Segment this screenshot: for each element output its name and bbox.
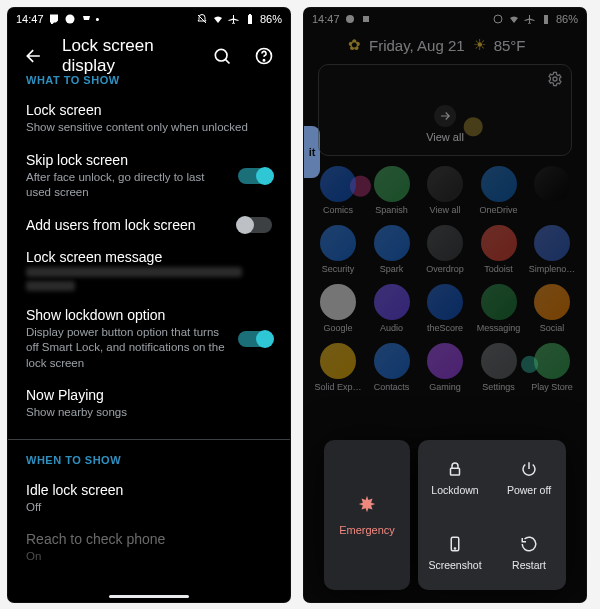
app-icon xyxy=(427,343,463,379)
app-label: Comics xyxy=(314,205,362,215)
divider xyxy=(8,439,290,440)
item-title: Lock screen xyxy=(26,102,272,118)
svg-rect-3 xyxy=(249,14,251,15)
app-messaging[interactable]: Messaging xyxy=(475,284,523,333)
item-sub: After face unlock, go directly to last u… xyxy=(26,170,228,201)
power-grid: Lockdown Power off Screenshot Restart xyxy=(418,440,566,590)
item-title: Idle lock screen xyxy=(26,482,272,498)
emergency-label: Emergency xyxy=(339,524,395,536)
battery-pct: 86% xyxy=(556,13,578,25)
section-what-to-show: WHAT TO SHOW xyxy=(26,74,272,86)
svg-point-11 xyxy=(553,77,557,81)
emergency-icon xyxy=(356,494,378,516)
item-title: Add users from lock screen xyxy=(26,217,228,233)
item-sub: Display power button option that turns o… xyxy=(26,325,228,372)
dnd-icon xyxy=(196,13,208,25)
restart-icon xyxy=(520,535,538,553)
battery-pct: 86% xyxy=(260,13,282,25)
view-all-label: View all xyxy=(426,131,464,143)
app-overdrop[interactable]: Overdrop xyxy=(421,225,469,274)
app-security[interactable]: Security xyxy=(314,225,362,274)
redacted-text xyxy=(26,281,75,291)
app-icon xyxy=(481,343,517,379)
emergency-button[interactable]: Emergency xyxy=(324,440,410,590)
dnd-icon xyxy=(492,13,504,25)
app-blank[interactable] xyxy=(528,166,576,215)
app-icon xyxy=(374,284,410,320)
app-audio[interactable]: Audio xyxy=(368,284,416,333)
status-bar: 14:47 86% xyxy=(304,8,586,30)
app-comics[interactable]: Comics xyxy=(314,166,362,215)
power-icon xyxy=(520,460,538,478)
app-label: Simpleno… xyxy=(528,264,576,274)
app-play-store[interactable]: Play Store xyxy=(528,343,576,392)
app-label: Contacts xyxy=(368,382,416,392)
glance-weather-icon: ✿ xyxy=(348,36,361,54)
glance-view-all[interactable]: View all xyxy=(426,105,464,143)
app-settings[interactable]: Settings xyxy=(475,343,523,392)
app-social[interactable]: Social xyxy=(528,284,576,333)
at-a-glance[interactable]: ✿ Friday, Aug 21 ☀ 85°F xyxy=(304,30,586,60)
settings-screen: 14:47 • 86% Lock screen display WHAT TO … xyxy=(8,8,290,602)
item-show-lockdown[interactable]: Show lockdown option Display power butto… xyxy=(26,299,272,380)
toggle-lockdown[interactable] xyxy=(238,331,272,347)
app-google[interactable]: Google xyxy=(314,284,362,333)
wifi-icon xyxy=(212,13,224,25)
svg-point-0 xyxy=(65,15,74,24)
app-thescore[interactable]: theScore xyxy=(421,284,469,333)
app-label: Audio xyxy=(368,323,416,333)
app-onedrive[interactable]: OneDrive xyxy=(475,166,523,215)
app-icon xyxy=(374,166,410,202)
glance-card[interactable]: View all xyxy=(318,64,572,156)
lockdown-button[interactable]: Lockdown xyxy=(418,440,492,515)
restart-button[interactable]: Restart xyxy=(492,515,566,590)
app-icon xyxy=(320,166,356,202)
app-grid[interactable]: ComicsSpanishView allOneDriveSecuritySpa… xyxy=(304,166,586,392)
item-skip-lock-screen[interactable]: Skip lock screen After face unlock, go d… xyxy=(26,144,272,209)
section-when-to-show: WHEN TO SHOW xyxy=(26,454,272,466)
lock-icon xyxy=(446,460,464,478)
item-lock-screen-message[interactable]: Lock screen message xyxy=(26,241,272,299)
app-label: Google xyxy=(314,323,362,333)
chat-icon xyxy=(64,13,76,25)
power-label: Lockdown xyxy=(431,484,478,496)
app-label: Todoist xyxy=(475,264,523,274)
app-label: Settings xyxy=(475,382,523,392)
screenshot-button[interactable]: Screenshot xyxy=(418,515,492,590)
glance-settings-button[interactable] xyxy=(547,71,563,91)
app-label: Spark xyxy=(368,264,416,274)
app-icon xyxy=(534,343,570,379)
app-icon xyxy=(374,225,410,261)
item-idle-lock-screen[interactable]: Idle lock screen Off xyxy=(26,474,272,524)
item-add-users[interactable]: Add users from lock screen xyxy=(26,209,272,241)
gesture-bar[interactable] xyxy=(109,595,189,598)
toggle-skip[interactable] xyxy=(238,168,272,184)
item-sub: On xyxy=(26,549,272,565)
app-spark[interactable]: Spark xyxy=(368,225,416,274)
app-contacts[interactable]: Contacts xyxy=(368,343,416,392)
item-title: Reach to check phone xyxy=(26,531,272,547)
settings-list[interactable]: WHAT TO SHOW Lock screen Show sensitive … xyxy=(8,60,290,602)
app-view-all[interactable]: View all xyxy=(421,166,469,215)
app-spanish[interactable]: Spanish xyxy=(368,166,416,215)
app-icon xyxy=(534,284,570,320)
app-gaming[interactable]: Gaming xyxy=(421,343,469,392)
battery-icon xyxy=(244,13,256,25)
app-simpleno-[interactable]: Simpleno… xyxy=(528,225,576,274)
sun-icon: ☀ xyxy=(473,36,486,54)
item-now-playing[interactable]: Now Playing Show nearby songs xyxy=(26,379,272,429)
item-sub: Show nearby songs xyxy=(26,405,272,421)
app-todoist[interactable]: Todoist xyxy=(475,225,523,274)
app-icon xyxy=(427,284,463,320)
arrow-right-icon xyxy=(434,105,456,127)
item-reach-to-check[interactable]: Reach to check phone On xyxy=(26,523,272,573)
app-label: Messaging xyxy=(475,323,523,333)
airplane-icon xyxy=(524,13,536,25)
item-lock-screen[interactable]: Lock screen Show sensitive content only … xyxy=(26,94,272,144)
power-off-button[interactable]: Power off xyxy=(492,440,566,515)
clock: 14:47 xyxy=(16,13,44,25)
toggle-add-users[interactable] xyxy=(238,217,272,233)
app-solid-exp-[interactable]: Solid Exp… xyxy=(314,343,362,392)
item-title: Now Playing xyxy=(26,387,272,403)
dot-icon: • xyxy=(96,13,100,25)
